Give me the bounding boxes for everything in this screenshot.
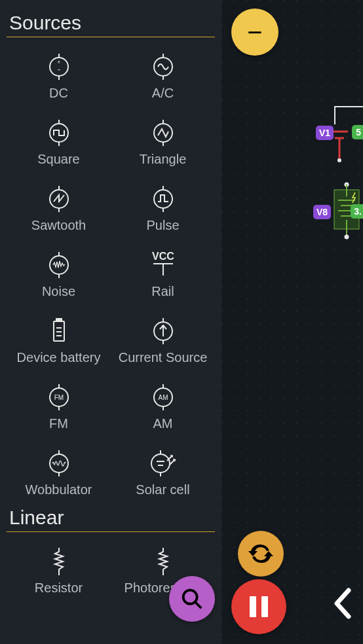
pause-icon [247, 594, 271, 620]
component-device-battery[interactable]: Device battery [7, 306, 111, 369]
section-title-sources: Sources [7, 12, 215, 37]
component-label-v8[interactable]: V8 [313, 205, 331, 219]
component-label: FM [49, 416, 68, 431]
wire[interactable] [334, 106, 335, 124]
search-icon [180, 586, 204, 611]
component-solar-cell[interactable]: Solar cell [111, 438, 215, 501]
svg-text:AM: AM [158, 394, 168, 401]
component-label: Current Source [119, 350, 208, 365]
fm-icon: FM [43, 381, 75, 414]
current-source-icon [147, 315, 180, 348]
triangle-wave-icon [147, 116, 180, 149]
svg-line-52 [170, 459, 175, 465]
svg-text:-: - [58, 65, 60, 74]
component-current-source[interactable]: Current Source [111, 306, 215, 369]
component-label: Device battery [17, 350, 101, 365]
minus-icon: − [247, 19, 262, 45]
svg-rect-69 [261, 596, 268, 617]
refresh-icon [248, 541, 274, 567]
svg-point-67 [345, 235, 349, 240]
component-label: Square [37, 152, 80, 167]
value-label-v8[interactable]: 3. [351, 204, 363, 219]
svg-text:VCC: VCC [152, 252, 174, 262]
component-wobbulator[interactable]: Wobbulator [7, 438, 111, 501]
svg-point-47 [151, 454, 170, 473]
svg-rect-27 [56, 319, 62, 321]
component-ac[interactable]: A/C [111, 41, 215, 105]
ac-source-icon [147, 50, 180, 83]
component-sawtooth[interactable]: Sawtooth [7, 173, 111, 237]
component-pulse[interactable]: Pulse [111, 173, 215, 237]
svg-point-58 [337, 158, 341, 162]
schematic-canvas[interactable]: − V1 5 V8 3. [221, 0, 363, 644]
component-label: Resistor [35, 581, 83, 596]
component-label: Pulse [146, 218, 179, 233]
sawtooth-wave-icon [43, 183, 75, 215]
component-label: AM [153, 416, 173, 431]
sources-grid: + - DC A/C Square [7, 41, 215, 501]
component-label: Sawtooth [31, 218, 86, 233]
rail-icon: VCC [147, 249, 180, 281]
component-label: DC [49, 86, 68, 101]
chevron-left-icon [329, 585, 355, 622]
component-label: Rail [151, 284, 174, 299]
svg-line-54 [195, 602, 202, 609]
svg-text:FM: FM [54, 394, 63, 401]
solar-cell-icon [147, 447, 180, 480]
component-panel: Sources + - DC A/C [0, 0, 221, 644]
component-fm[interactable]: FM FM [7, 372, 111, 435]
component-rail[interactable]: VCC Rail [111, 240, 215, 303]
square-wave-icon [43, 116, 75, 149]
battery-icon [43, 315, 75, 348]
search-button[interactable] [169, 576, 215, 622]
component-label-v1[interactable]: V1 [316, 126, 334, 140]
component-label: Wobbulator [26, 482, 92, 497]
svg-point-53 [183, 590, 197, 604]
component-label: Triangle [140, 152, 187, 167]
component-triangle[interactable]: Triangle [111, 107, 215, 171]
resistor-icon [43, 545, 75, 578]
component-noise[interactable]: Noise [7, 240, 111, 303]
svg-rect-68 [250, 596, 256, 617]
svg-point-18 [154, 190, 172, 208]
component-label: Noise [42, 284, 75, 299]
component-label: A/C [152, 86, 174, 101]
zoom-out-button[interactable]: − [231, 9, 278, 56]
dc-source-icon: + - [43, 50, 75, 83]
value-label-v1[interactable]: 5 [352, 125, 363, 139]
component-label: Solar cell [136, 482, 189, 497]
pause-button[interactable] [231, 579, 286, 634]
restart-button[interactable] [238, 531, 284, 577]
photoresistor-icon [147, 545, 180, 578]
pulse-icon [147, 183, 180, 215]
component-dc[interactable]: + - DC [7, 41, 111, 105]
wire[interactable] [334, 106, 363, 107]
component-square[interactable]: Square [7, 107, 111, 171]
component-am[interactable]: AM AM [111, 372, 215, 435]
section-title-linear: Linear [7, 507, 215, 532]
am-icon: AM [147, 381, 180, 414]
wobbulator-icon [43, 447, 75, 480]
noise-icon [43, 249, 75, 281]
component-resistor[interactable]: Resistor [7, 536, 111, 599]
back-button[interactable] [329, 585, 355, 624]
